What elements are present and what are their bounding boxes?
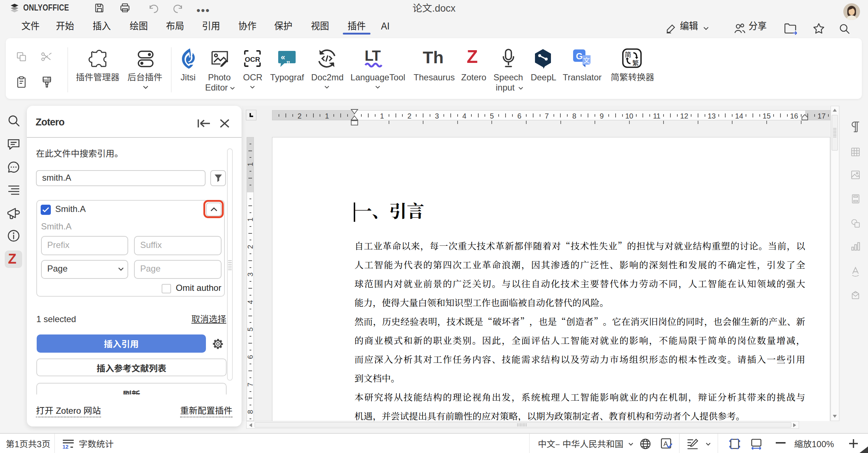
svg-text:繁: 繁 [632, 58, 639, 67]
svg-text:简: 简 [625, 49, 631, 59]
svg-text:„: „ [286, 53, 290, 64]
svg-text:12: 12 [62, 442, 69, 449]
svg-text:«: « [281, 51, 285, 62]
svg-text:OCR: OCR [245, 54, 260, 64]
svg-text:G: G [576, 49, 583, 62]
svg-text:文: 文 [583, 55, 590, 65]
svg-text:T: T [372, 48, 381, 65]
